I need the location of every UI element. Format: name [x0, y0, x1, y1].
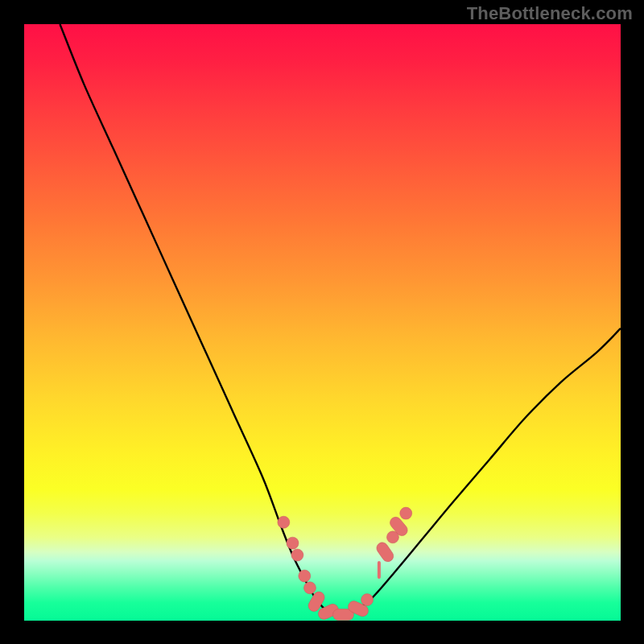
curve-marker-dot	[303, 582, 316, 594]
curve-marker-dot	[278, 516, 290, 528]
curve-marker-dot	[287, 537, 299, 549]
watermark-text: TheBottleneck.com	[467, 3, 633, 24]
chart-frame: TheBottleneck.com	[0, 0, 644, 644]
plot-area	[24, 24, 621, 621]
curve-marker-dot	[400, 507, 412, 519]
curve-marker-dot	[299, 570, 311, 582]
curve-marker-dot	[361, 594, 374, 606]
curve-marker-pill	[374, 540, 395, 564]
curve-layer	[24, 24, 621, 621]
curve-marker-dot	[291, 549, 303, 561]
bottleneck-curve	[60, 24, 621, 615]
